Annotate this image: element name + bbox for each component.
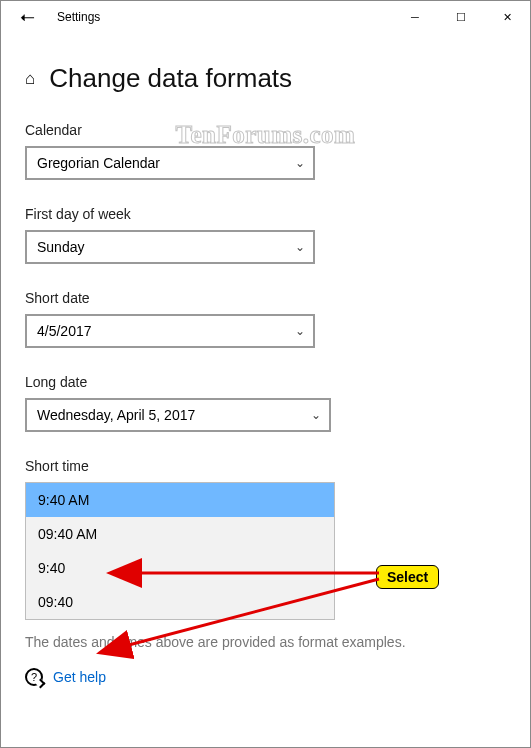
short-time-label: Short time <box>25 458 506 474</box>
page-header: ⌂ Change data formats <box>25 63 506 94</box>
first-day-label: First day of week <box>25 206 506 222</box>
first-day-dropdown[interactable]: Sunday ⌄ <box>25 230 315 264</box>
short-time-dropdown-open: 9:40 AM 09:40 AM 9:40 09:40 <box>25 482 335 620</box>
short-time-field: Short time 9:40 AM 09:40 AM 9:40 09:40 <box>25 458 506 620</box>
short-time-option[interactable]: 9:40 <box>26 551 334 585</box>
close-button[interactable]: ✕ <box>484 1 530 33</box>
maximize-button[interactable]: ☐ <box>438 1 484 33</box>
short-time-option[interactable]: 09:40 <box>26 585 334 619</box>
long-date-dropdown[interactable]: Wednesday, April 5, 2017 ⌄ <box>25 398 331 432</box>
title-bar: 🠐 Settings ─ ☐ ✕ <box>1 1 530 33</box>
short-time-option[interactable]: 09:40 AM <box>26 517 334 551</box>
short-date-value: 4/5/2017 <box>37 323 92 339</box>
content-area: ⌂ Change data formats Calendar Gregorian… <box>1 33 530 686</box>
back-button[interactable]: 🠐 <box>9 1 45 33</box>
calendar-label: Calendar <box>25 122 506 138</box>
long-date-label: Long date <box>25 374 506 390</box>
short-date-dropdown[interactable]: 4/5/2017 ⌄ <box>25 314 315 348</box>
help-icon: ? <box>25 668 43 686</box>
long-date-value: Wednesday, April 5, 2017 <box>37 407 195 423</box>
short-date-label: Short date <box>25 290 506 306</box>
long-date-field: Long date Wednesday, April 5, 2017 ⌄ <box>25 374 506 432</box>
format-note: The dates and times above are provided a… <box>25 634 506 650</box>
first-day-value: Sunday <box>37 239 84 255</box>
chevron-down-icon: ⌄ <box>311 408 321 422</box>
get-help-link[interactable]: Get help <box>53 669 106 685</box>
chevron-down-icon: ⌄ <box>295 240 305 254</box>
calendar-field: Calendar Gregorian Calendar ⌄ <box>25 122 506 180</box>
home-icon[interactable]: ⌂ <box>25 69 35 89</box>
calendar-dropdown[interactable]: Gregorian Calendar ⌄ <box>25 146 315 180</box>
app-title: Settings <box>57 10 100 24</box>
annotation-badge: Select <box>376 565 439 589</box>
chevron-down-icon: ⌄ <box>295 324 305 338</box>
first-day-field: First day of week Sunday ⌄ <box>25 206 506 264</box>
help-row: ? Get help <box>25 668 506 686</box>
minimize-button[interactable]: ─ <box>392 1 438 33</box>
chevron-down-icon: ⌄ <box>295 156 305 170</box>
short-time-option[interactable]: 9:40 AM <box>26 483 334 517</box>
window-controls: ─ ☐ ✕ <box>392 1 530 33</box>
calendar-value: Gregorian Calendar <box>37 155 160 171</box>
short-date-field: Short date 4/5/2017 ⌄ <box>25 290 506 348</box>
page-title: Change data formats <box>49 63 292 94</box>
